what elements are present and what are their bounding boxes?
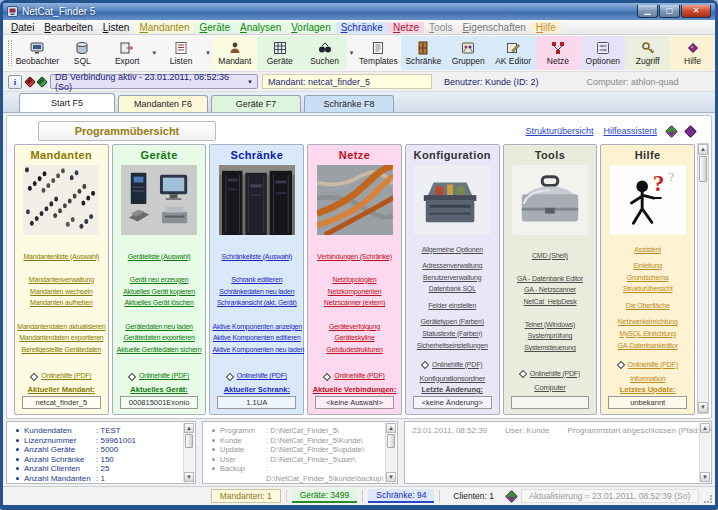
tab-ger-te-f7[interactable]: Geräte F7 bbox=[211, 95, 301, 112]
link-felder-einstellen[interactable]: Felder einstellen bbox=[408, 302, 497, 311]
link-mandantenliste-auswahl[interactable]: Mandantenliste (Auswahl) bbox=[17, 253, 106, 262]
toolbar-ak-editor-button[interactable]: AK Editor bbox=[491, 36, 536, 70]
link-netztopologien[interactable]: Netztopologien bbox=[310, 276, 399, 285]
online-help-link[interactable]: Onlinehilfe (PDF) bbox=[530, 370, 580, 379]
menu-item-analysen[interactable]: Analysen bbox=[235, 22, 286, 33]
scroll-up-icon[interactable]: ▲ bbox=[700, 423, 710, 433]
menu-item-eigenschaften[interactable]: Eigenschaften bbox=[457, 22, 530, 33]
toolbar-beobachter-button[interactable]: Beobachter bbox=[15, 36, 60, 70]
online-help-link[interactable]: Onlinehilfe (PDF) bbox=[432, 361, 482, 370]
toolbar-netze-button[interactable]: Netze bbox=[536, 36, 581, 70]
log-scrollbar[interactable]: ▲ ▼ bbox=[699, 423, 710, 482]
toolbar-suchen-dropdown-arrow[interactable]: ▼ bbox=[347, 36, 356, 70]
link-ger-tedaten-exportieren[interactable]: Gerätedaten exportieren bbox=[115, 334, 204, 343]
program-overview-button[interactable]: Programmübersicht bbox=[38, 121, 216, 141]
help-assistant-link[interactable]: Hilfeassistent bbox=[603, 126, 657, 136]
scroll-up-icon[interactable]: ▲ bbox=[386, 423, 396, 433]
link-ga-datenbank-editor[interactable]: GA - Datenbank Editor bbox=[506, 275, 595, 284]
title-bar[interactable]: NetCat_Finder 5 ▁ ▢ ✕ bbox=[3, 3, 715, 20]
db-status-dropdown[interactable]: DB Verbindung aktiv - 23.01.2011, 08:52:… bbox=[50, 74, 258, 89]
toolbar-hilfe-button[interactable]: Hilfe bbox=[670, 36, 715, 70]
menu-item-datei[interactable]: Datei bbox=[6, 22, 39, 33]
link-geb-udestrukturen[interactable]: Gebäudestrukturen bbox=[310, 346, 399, 355]
maximize-button[interactable]: ▢ bbox=[659, 5, 680, 18]
link-aktuelles-ger-t-kopieren[interactable]: Aktuelles Gerät kopieren bbox=[115, 288, 204, 297]
menu-item-ger-te[interactable]: Geräte bbox=[194, 22, 235, 33]
menu-item-bearbeiten[interactable]: Bearbeiten bbox=[39, 22, 97, 33]
menu-item-mandanten[interactable]: Mandanten bbox=[134, 22, 194, 33]
paths-scrollbar[interactable]: ▲ ▼ bbox=[385, 423, 396, 482]
close-button[interactable]: ✕ bbox=[681, 5, 711, 18]
refresh-diamond-icon[interactable] bbox=[505, 490, 518, 503]
link-mandantendaten-aktualisieren[interactable]: Mandantendaten aktualisieren bbox=[17, 323, 106, 332]
toolbar-export-dropdown-arrow[interactable]: ▼ bbox=[150, 36, 159, 70]
link-grundschema[interactable]: Grundschema bbox=[603, 274, 692, 283]
link-einleitung[interactable]: Einleitung bbox=[603, 262, 692, 271]
scroll-up-icon[interactable]: ▲ bbox=[698, 144, 708, 155]
toolbar-optionen-button[interactable]: Optionen bbox=[580, 36, 625, 70]
link-schrankansicht-akt-ger-t[interactable]: Schrankansicht (akt. Gerät) bbox=[212, 299, 301, 308]
link-ger-teverfolgung[interactable]: Geräteverfolgung bbox=[310, 323, 399, 332]
toolbar-grip[interactable] bbox=[8, 40, 12, 66]
link-benutzerverwaltung[interactable]: Benutzerverwaltung bbox=[408, 274, 497, 283]
link-netcat-helpdesk[interactable]: NetCat_HelpDesk bbox=[506, 298, 595, 307]
toolbar-templates-button[interactable]: Templates bbox=[356, 36, 401, 70]
link-statustexte-farben[interactable]: Statustexte (Farben) bbox=[408, 330, 497, 339]
online-help-link[interactable]: Onlinehilfe (PDF) bbox=[41, 372, 91, 381]
menu-item-hilfe[interactable]: Hilfe bbox=[531, 22, 561, 33]
scroll-thumb[interactable] bbox=[699, 156, 707, 182]
link-netzkomponenten[interactable]: Netzkomponenten bbox=[310, 288, 399, 297]
toolbar-listen-button[interactable]: Listen bbox=[159, 36, 204, 70]
link-information[interactable]: Information bbox=[603, 374, 692, 383]
link-telnet-windows[interactable]: Telnet (Windows) bbox=[506, 321, 595, 330]
link-mandantendaten-exportieren[interactable]: Mandantendaten exportieren bbox=[17, 334, 106, 343]
toolbar-zugriff-button[interactable]: Zugriff bbox=[625, 36, 670, 70]
link-ger-t-neu-erzeugen[interactable]: Gerät neu erzeugen bbox=[115, 276, 204, 285]
link-netzwerkeinrichtung[interactable]: Netzwerkeinrichtung bbox=[603, 318, 692, 327]
minimize-button[interactable]: ▁ bbox=[637, 5, 658, 18]
link-ger-teskyline[interactable]: Geräteskyline bbox=[310, 334, 399, 343]
link-schr-nkedaten-neu-laden[interactable]: Schränkedaten neu laden bbox=[212, 288, 301, 297]
link-aktuelles-ger-t-l-schen[interactable]: Aktuelles Gerät löschen bbox=[115, 299, 204, 308]
scroll-down-icon[interactable]: ▼ bbox=[386, 472, 396, 482]
link-mandanten-wechseln[interactable]: Mandanten wechseln bbox=[17, 288, 106, 297]
link-datenbank-sql[interactable]: Datenbank SQL bbox=[408, 285, 497, 294]
link-aktuelle-ger-tedaten-sichern[interactable]: Aktuelle Gerätedaten sichern bbox=[115, 346, 204, 355]
toolbar-sql-button[interactable]: SQL bbox=[60, 36, 105, 70]
scroll-down-icon[interactable]: ▼ bbox=[700, 472, 710, 482]
link-sicherheitseinstellungen[interactable]: Sicherheitseinstellungen bbox=[408, 342, 497, 351]
link-mandanten-aufheben[interactable]: Mandanten aufheben bbox=[17, 299, 106, 308]
link-konfigurationsordner[interactable]: Konfigurationsordner bbox=[408, 374, 497, 383]
link-ga-datenbankeditor[interactable]: GA-Datenbankeditor bbox=[603, 342, 692, 351]
link-mysql-einrichtung[interactable]: MySQL Einrichtung bbox=[603, 330, 692, 339]
link-struktur-bersicht[interactable]: Strukturübersicht bbox=[603, 285, 692, 294]
scroll-thumb[interactable] bbox=[387, 434, 395, 448]
link-aktive-komponenten-neu-laden[interactable]: Aktive Komponenten neu laden bbox=[212, 346, 301, 355]
assistant-diamond-icon[interactable] bbox=[684, 125, 697, 138]
online-help-link[interactable]: Onlinehilfe (PDF) bbox=[237, 372, 287, 381]
link-adressenverwaltung[interactable]: Adressenverwaltung bbox=[408, 262, 497, 271]
menu-item-schr-nke[interactable]: Schränke bbox=[336, 22, 388, 33]
structure-diamond-icon[interactable] bbox=[665, 125, 678, 138]
link-systemsteuerung[interactable]: Systemsteuerung bbox=[506, 344, 595, 353]
link-verbindungen-schr-nke[interactable]: Verbindungen (Schränke) bbox=[310, 253, 399, 262]
link-cmd-shell[interactable]: CMD (Shell) bbox=[506, 252, 595, 261]
link-computer[interactable]: Computer bbox=[506, 383, 595, 392]
structure-overview-link[interactable]: Strukturübersicht bbox=[525, 126, 593, 136]
scroll-down-icon[interactable]: ▼ bbox=[698, 402, 708, 413]
main-scrollbar[interactable]: ▲ ▼ bbox=[697, 143, 709, 414]
info-button[interactable]: i bbox=[8, 75, 22, 89]
scroll-up-icon[interactable]: ▲ bbox=[184, 423, 194, 433]
menu-item-netze[interactable]: Netze bbox=[388, 22, 424, 33]
link-ger-tetypen-farben[interactable]: Gerätetypen (Farben) bbox=[408, 318, 497, 327]
tab-start-f5[interactable]: Start F5 bbox=[19, 93, 115, 112]
scroll-thumb[interactable] bbox=[185, 434, 193, 448]
resize-grip[interactable] bbox=[704, 495, 712, 503]
link-bereitgestellte-ger-tedaten[interactable]: Bereitgestellte Gerätedaten bbox=[17, 346, 106, 355]
link-schr-nkeliste-auswahl[interactable]: Schränkeliste (Auswahl) bbox=[212, 253, 301, 262]
link-mandantenverwaltung[interactable]: Mandantenverwaltung bbox=[17, 276, 106, 285]
link-schrank-editieren[interactable]: Schrank editieren bbox=[212, 276, 301, 285]
toolbar-suchen-button[interactable]: Suchen bbox=[302, 36, 347, 70]
link-allgemeine-optionen[interactable]: Allgemeine Optionen bbox=[408, 246, 497, 255]
link-ger-teliste-auswahl[interactable]: Geräteliste (Auswahl) bbox=[115, 253, 204, 262]
